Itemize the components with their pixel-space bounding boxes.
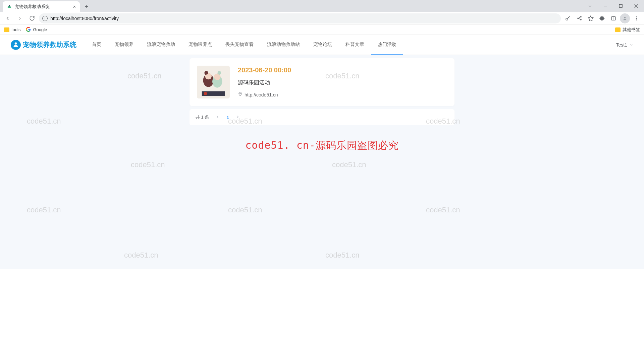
logo-text: 宠物领养救助系统 xyxy=(23,40,76,49)
user-dropdown[interactable]: Test1 xyxy=(616,42,633,48)
bookmark-tools[interactable]: tools xyxy=(4,27,20,32)
sidepanel-icon[interactable] xyxy=(608,13,619,23)
pagination: 共 1 条 1 xyxy=(190,109,454,125)
tab-close-icon[interactable]: × xyxy=(73,4,76,9)
profile-avatar[interactable] xyxy=(620,13,630,23)
svg-point-22 xyxy=(240,93,241,94)
window-close-icon[interactable] xyxy=(629,1,644,11)
svg-point-10 xyxy=(624,17,626,18)
chrome-menu-icon[interactable] xyxy=(631,13,641,23)
svg-point-4 xyxy=(566,18,568,20)
bookmark-star-icon[interactable] xyxy=(586,13,596,23)
svg-point-6 xyxy=(580,16,581,17)
url-text: http://localhost:8080/front/activity xyxy=(50,16,119,21)
activity-card[interactable]: 2023-06-20 00:00 源码乐园活动 http://code51.cn xyxy=(190,58,454,106)
location-pin-icon xyxy=(238,92,243,97)
window-minimize-icon[interactable] xyxy=(598,1,613,11)
site-logo[interactable]: 宠物领养救助系统 xyxy=(11,40,76,50)
site-info-icon[interactable]: i xyxy=(42,16,48,21)
svg-point-14 xyxy=(15,42,17,45)
pagination-page-1[interactable]: 1 xyxy=(226,115,229,120)
user-name: Test1 xyxy=(616,42,627,48)
extensions-icon[interactable] xyxy=(597,13,607,23)
main-nav: 首页 宠物领养 流浪宠物救助 宠物喂养点 丢失宠物查看 流浪动物救助站 宠物论坛… xyxy=(85,35,403,55)
nav-reload-icon[interactable] xyxy=(27,13,37,23)
pagination-prev[interactable] xyxy=(214,115,222,120)
activity-date: 2023-06-20 00:00 xyxy=(238,66,447,74)
browser-tab[interactable]: 宠物领养救助系统 × xyxy=(3,1,80,12)
svg-point-13 xyxy=(636,19,637,20)
svg-point-11 xyxy=(636,16,637,17)
svg-rect-8 xyxy=(611,16,615,20)
nav-feed-spot[interactable]: 宠物喂养点 xyxy=(182,35,219,55)
bookmark-other[interactable]: 其他书签 xyxy=(615,27,640,33)
logo-icon xyxy=(11,40,21,50)
nav-back-icon[interactable] xyxy=(3,13,13,23)
folder-icon xyxy=(615,27,621,32)
svg-point-21 xyxy=(204,92,207,95)
site-header: 宠物领养救助系统 首页 宠物领养 流浪宠物救助 宠物喂养点 丢失宠物查看 流浪动… xyxy=(0,35,644,55)
svg-point-7 xyxy=(580,19,581,20)
nav-rescue[interactable]: 流浪宠物救助 xyxy=(140,35,182,55)
svg-rect-1 xyxy=(619,4,622,7)
activity-thumbnail xyxy=(197,66,230,98)
activity-location: http://code51.cn xyxy=(238,92,447,97)
nav-home[interactable]: 首页 xyxy=(85,35,108,55)
window-maximize-icon[interactable] xyxy=(613,1,629,11)
tab-title: 宠物领养救助系统 xyxy=(15,4,50,10)
tab-search-icon[interactable] xyxy=(582,1,598,11)
bookmark-google[interactable]: Google xyxy=(26,27,47,33)
svg-point-12 xyxy=(636,18,637,19)
pagination-total: 共 1 条 xyxy=(196,114,209,120)
svg-point-5 xyxy=(577,18,578,19)
activity-title: 源码乐园活动 xyxy=(238,79,447,86)
nav-adopt[interactable]: 宠物领养 xyxy=(108,35,140,55)
nav-activity[interactable]: 热门活动 xyxy=(371,35,403,55)
nav-forward-icon xyxy=(15,13,25,23)
password-key-icon[interactable] xyxy=(563,13,573,23)
google-icon xyxy=(26,27,31,33)
chevron-down-icon xyxy=(629,43,633,47)
nav-station[interactable]: 流浪动物救助站 xyxy=(260,35,307,55)
url-bar[interactable]: i http://localhost:8080/front/activity xyxy=(39,13,561,23)
share-icon[interactable] xyxy=(574,13,584,23)
nav-lost[interactable]: 丢失宠物查看 xyxy=(219,35,260,55)
nav-article[interactable]: 科普文章 xyxy=(339,35,371,55)
nav-forum[interactable]: 宠物论坛 xyxy=(307,35,339,55)
pagination-next[interactable] xyxy=(234,115,242,120)
folder-icon xyxy=(4,27,9,32)
tab-favicon xyxy=(7,4,12,9)
new-tab-button[interactable]: + xyxy=(82,2,91,11)
